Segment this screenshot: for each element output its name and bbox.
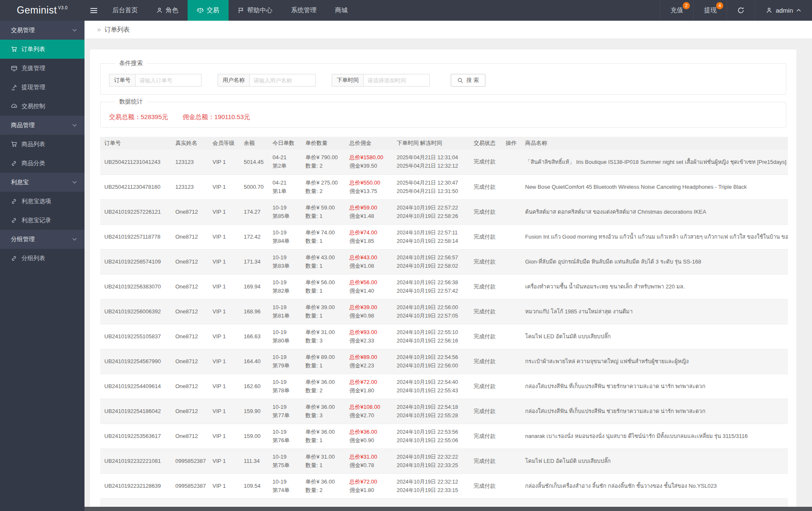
admin-app: Geminist V3.0 后台首页角色交易帮助中心系统管理商城 充值 2 提现… xyxy=(0,0,812,511)
col-actions: 操作 xyxy=(501,137,521,149)
table-row: UB2410192232128639 0995852387 VIP 1 109.… xyxy=(100,473,788,498)
cell-times: 2025年04月21日 12:30:47 2025年04月21日 12:31:5… xyxy=(392,174,469,199)
cell-day-count: 10-19 第80单 xyxy=(268,324,301,349)
cell-order-no: UB2410192256006392 xyxy=(100,299,171,324)
cell-real-name: 0995852387 xyxy=(171,473,208,498)
cart-icon xyxy=(11,46,17,52)
sidebar-item[interactable]: 交易控制 xyxy=(0,97,84,116)
cell-total-commission: 总价¥59.00 佣金¥1.48 xyxy=(345,199,392,224)
cell-real-name: One8712 xyxy=(171,324,208,349)
chevron-down-icon xyxy=(72,29,77,32)
sidebar-item[interactable]: 商品列表 xyxy=(0,135,84,154)
cell-times: 2024年10月19日 22:56:57 2024年10月19日 22:58:0… xyxy=(392,249,469,274)
nav-item-4[interactable]: 系统管理 xyxy=(282,0,326,21)
cell-day-count: 10-19 第81单 xyxy=(268,299,301,324)
username-input[interactable] xyxy=(250,74,316,87)
nav-item-label: 帮助中心 xyxy=(247,6,272,14)
refresh-icon[interactable] xyxy=(727,0,755,21)
hamburger-icon[interactable] xyxy=(84,0,103,21)
sidebar-item[interactable]: 利息宝选项 xyxy=(0,192,84,211)
cell-order-no: UB2410192257118778 xyxy=(100,224,171,249)
cell-level: VIP 1 xyxy=(208,249,240,274)
recharge-label: 充值 xyxy=(670,6,683,14)
cell-times: 2024年10月19日 22:32:12 2024年10月19日 22:33:1… xyxy=(392,473,469,498)
sidebar-group-header[interactable]: 分组管理 xyxy=(0,230,84,249)
nav-items: 后台首页角色交易帮助中心系统管理商城 xyxy=(103,0,357,21)
table-row: UB2410192254186042 One8712 VIP 1 159.90 … xyxy=(100,399,788,424)
cell-status: 完成付款 xyxy=(469,324,501,349)
sidebar: 交易管理订单列表充值管理提现管理交易控制商品管理商品列表商品分类利息宝利息宝选项… xyxy=(0,21,84,511)
cell-actions xyxy=(501,349,521,374)
cell-order-no: UB2410192257226121 xyxy=(100,199,171,224)
sidebar-item[interactable]: 利息宝记录 xyxy=(0,211,84,230)
cell-total-commission: 总价¥36.00 佣金¥0.90 xyxy=(345,424,392,448)
cell-product: กระเป๋าผ้าสะพายไหล่ ความจุขนาดใหญ่ แฟชั่… xyxy=(521,349,788,374)
cell-order-no: UB2410192232128639 xyxy=(100,473,171,498)
cell-times: 2025年04月21日 12:31:04 2025年04月21日 12:32:1… xyxy=(392,149,469,174)
nav-item-2[interactable]: 交易 xyxy=(188,0,229,21)
cell-price-qty: 单价¥ 74.00 数量: 1 xyxy=(301,224,345,249)
cell-day-count: 10-19 第85单 xyxy=(268,199,301,224)
cell-balance: 5014.45 xyxy=(240,149,268,174)
cell-actions xyxy=(501,374,521,399)
sidebar-item-label: 交易控制 xyxy=(22,103,45,110)
cell-total-commission: 总价¥1580.00 佣金¥39.50 xyxy=(345,149,392,174)
cell-status: 完成付款 xyxy=(469,349,501,374)
brand-version: V3.0 xyxy=(58,5,68,10)
nav-item-0[interactable]: 后台首页 xyxy=(103,0,147,21)
search-button-label: 搜 索 xyxy=(466,76,479,84)
cell-product: ต้นคริสต์มาส ดอกคริสต์มาส ของแต่งคริสต์ม… xyxy=(521,199,788,224)
top-navbar: Geminist V3.0 后台首页角色交易帮助中心系统管理商城 充值 2 提现… xyxy=(0,0,812,21)
horizontal-scrollbar[interactable] xyxy=(84,507,812,511)
chevron-down-icon xyxy=(72,181,77,184)
nav-item-5[interactable]: 商城 xyxy=(326,0,357,21)
sidebar-item[interactable]: 分组列表 xyxy=(0,249,84,268)
cell-level: VIP 1 xyxy=(208,424,240,448)
nav-item-3[interactable]: 帮助中心 xyxy=(229,0,282,21)
cell-actions xyxy=(501,199,521,224)
col-order-no: 订单号 xyxy=(100,137,171,149)
col-day-count: 今日单数 xyxy=(268,137,301,149)
table-row: UB2410192257226121 One8712 VIP 1 174.27 … xyxy=(100,199,788,224)
cell-day-count: 10-19 第83单 xyxy=(268,249,301,274)
sidebar-group-header[interactable]: 交易管理 xyxy=(0,21,84,40)
sidebar-group-header[interactable]: 商品管理 xyxy=(0,116,84,135)
sidebar-item[interactable]: 订单列表 xyxy=(0,40,84,59)
order-time-filter-label: 下单时间 xyxy=(332,74,364,87)
cell-real-name: One8712 xyxy=(171,299,208,324)
orders-table: 订单号 真实姓名 会员等级 余额 今日单数 单价数量 总价佣金 下单时间 解冻时… xyxy=(100,137,788,511)
cell-order-no: UB2410192254567990 xyxy=(100,349,171,374)
col-times: 下单时间 解冻时间 xyxy=(392,137,469,149)
order-time-input[interactable] xyxy=(364,74,430,87)
nav-item-1[interactable]: 角色 xyxy=(147,0,188,21)
sidebar-item[interactable]: 提现管理 xyxy=(0,78,84,97)
recharge-button[interactable]: 充值 2 xyxy=(660,0,693,21)
user-menu[interactable]: admin xyxy=(755,0,812,21)
sidebar-item-label: 分组列表 xyxy=(22,255,45,262)
cell-day-count: 10-19 第77单 xyxy=(268,399,301,424)
cell-product: Fusion Int แก้ว Good morning ทรงอ้วน แก้… xyxy=(521,224,788,249)
sidebar-group-header[interactable]: 利息宝 xyxy=(0,173,84,192)
cell-order-no: UB2410192254186042 xyxy=(100,399,171,424)
content-panel: 条件搜索 订单号 用户名称 下单时间 xyxy=(90,49,796,511)
col-price-qty: 单价数量 xyxy=(301,137,345,149)
link-icon xyxy=(11,160,17,166)
recharge-badge: 2 xyxy=(683,2,690,9)
withdraw-button[interactable]: 提现 4 xyxy=(693,0,727,21)
cell-total-commission: 总价¥43.00 佣金¥1.08 xyxy=(345,249,392,274)
cell-balance: 5000.70 xyxy=(240,174,268,199)
card-icon xyxy=(11,65,17,71)
order-no-input[interactable] xyxy=(136,74,202,87)
table-row: UB2504211231041243 123123 VIP 1 5014.45 … xyxy=(100,149,788,174)
cell-day-count: 10-19 第84单 xyxy=(268,224,301,249)
sidebar-item[interactable]: 充值管理 xyxy=(0,59,84,78)
sidebar-item-label: 利息宝记录 xyxy=(22,217,51,224)
gauge-icon xyxy=(11,103,17,109)
cell-balance: 168.96 xyxy=(240,299,268,324)
search-fieldset: 条件搜索 订单号 用户名称 下单时间 xyxy=(100,60,786,95)
cell-times: 2024年10月19日 22:57:22 2024年10月19日 22:58:2… xyxy=(392,199,469,224)
table-row: UB2410192256006392 One8712 VIP 1 168.96 … xyxy=(100,299,788,324)
cell-status: 完成付款 xyxy=(469,274,501,299)
sidebar-item[interactable]: 商品分类 xyxy=(0,154,84,173)
search-button[interactable]: 搜 索 xyxy=(451,74,485,87)
